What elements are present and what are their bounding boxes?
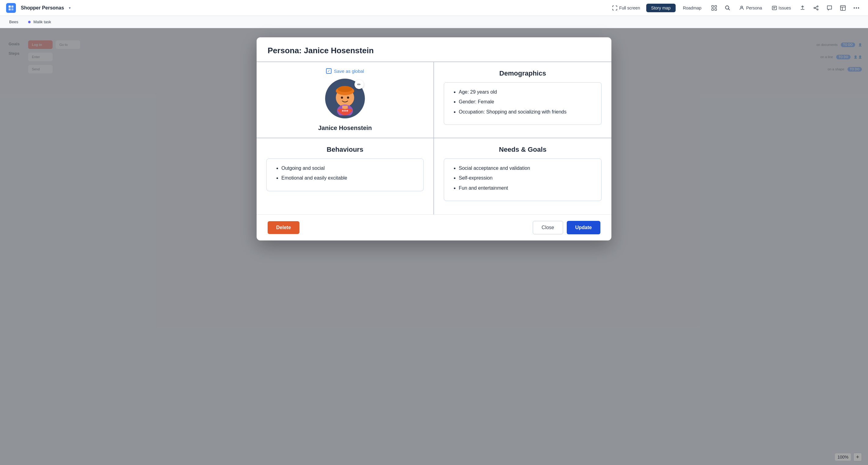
demographics-box: Age: 29 years old Gender: Female Occupat… (444, 82, 601, 125)
svg-point-16 (817, 9, 818, 10)
needs-list: Social acceptance and validation Self-ex… (453, 165, 593, 191)
modal-overlay: Persona: Janice Hosenstein ✓ Save as glo… (0, 28, 868, 465)
topbar: Shopper Personas ▾ Full screen Story map… (0, 0, 868, 16)
share-button[interactable] (810, 2, 822, 13)
behaviours-box: Outgoing and social Emotional and easily… (267, 158, 424, 191)
tab-bees[interactable]: Bees (5, 18, 23, 26)
fullscreen-button[interactable]: Full screen (609, 4, 644, 12)
demo-item-occupation: Occupation: Shopping and socializing wit… (459, 108, 593, 115)
svg-point-22 (854, 7, 855, 8)
avatar-name: Janice Hosenstein (318, 125, 372, 131)
footer-right-buttons: Close Update (533, 221, 600, 234)
svg-rect-6 (712, 8, 714, 10)
needs-quadrant: Needs & Goals Social acceptance and vali… (434, 138, 611, 214)
roadmap-button[interactable]: Roadmap (678, 4, 707, 12)
delete-button[interactable]: Delete (268, 221, 300, 234)
needs-item-3: Fun and entertainment (459, 185, 593, 191)
search-button[interactable] (722, 2, 733, 13)
persona-button[interactable]: Persona (736, 4, 766, 12)
needs-box: Social acceptance and validation Self-ex… (444, 158, 601, 201)
demo-item-age: Age: 29 years old (459, 89, 593, 95)
svg-point-28 (341, 97, 343, 99)
save-global-label: Save as global (334, 68, 364, 74)
svg-rect-3 (11, 8, 13, 10)
demographics-quadrant: Demographics Age: 29 years old Gender: F… (434, 62, 611, 138)
svg-point-33 (344, 110, 346, 112)
svg-point-14 (817, 6, 818, 7)
demo-item-gender: Gender: Female (459, 98, 593, 105)
layout-button[interactable] (837, 2, 848, 13)
issues-label: Issues (779, 5, 791, 10)
svg-point-24 (858, 7, 859, 8)
svg-point-29 (347, 97, 349, 99)
behaviour-item-1: Outgoing and social (281, 165, 415, 172)
modal-title: Persona: Janice Hosenstein (257, 37, 611, 55)
svg-point-27 (338, 86, 352, 92)
svg-point-15 (814, 7, 815, 8)
svg-line-17 (815, 7, 817, 8)
svg-point-10 (741, 6, 743, 8)
save-global-checkbox[interactable]: ✓ (326, 68, 332, 74)
topbar-nav: Full screen Story map Roadmap (609, 2, 862, 13)
more-button[interactable] (851, 2, 862, 13)
comment-button[interactable] (824, 2, 835, 13)
update-button[interactable]: Update (567, 221, 600, 234)
needs-title: Needs & Goals (444, 146, 601, 154)
demographics-list: Age: 29 years old Gender: Female Occupat… (453, 89, 593, 115)
svg-rect-11 (772, 6, 777, 10)
needs-item-1: Social acceptance and validation (459, 165, 593, 172)
modal-body: ✓ Save as global (257, 61, 611, 214)
save-global-row: ✓ Save as global (326, 68, 364, 74)
persona-modal: Persona: Janice Hosenstein ✓ Save as glo… (257, 37, 611, 241)
behaviours-title: Behaviours (267, 146, 424, 154)
tab-malik-task[interactable]: Malik task (24, 18, 55, 26)
svg-rect-19 (840, 5, 845, 10)
behaviour-item-2: Emotional and easily excitable (281, 175, 415, 181)
avatar-container: ✏ (325, 79, 365, 118)
behaviours-quadrant: Behaviours Outgoing and social Emotional… (257, 138, 434, 214)
demographics-title: Demographics (444, 69, 601, 78)
storymap-button[interactable]: Story map (646, 4, 676, 12)
tab-dot (28, 21, 31, 23)
behaviours-list: Outgoing and social Emotional and easily… (275, 165, 415, 182)
grid-icon-button[interactable] (709, 2, 720, 13)
svg-rect-7 (715, 8, 717, 10)
svg-point-32 (342, 110, 344, 112)
persona-label: Persona (746, 5, 762, 10)
svg-rect-2 (8, 8, 11, 10)
svg-rect-1 (11, 5, 13, 8)
svg-rect-0 (8, 5, 11, 8)
svg-rect-5 (715, 5, 717, 7)
app-title: Shopper Personas (21, 5, 64, 11)
app-chevron: ▾ (69, 6, 71, 10)
svg-point-34 (346, 110, 348, 112)
fullscreen-label: Full screen (619, 5, 640, 10)
svg-line-9 (728, 8, 730, 10)
svg-point-23 (856, 7, 857, 8)
svg-rect-4 (712, 5, 714, 7)
tabbar: Bees Malik task (0, 16, 868, 28)
svg-point-8 (725, 6, 729, 9)
needs-item-2: Self-expression (459, 175, 593, 181)
avatar-edit-button[interactable]: ✏ (354, 80, 364, 89)
modal-footer: Delete Close Update (257, 214, 611, 241)
close-button[interactable]: Close (533, 221, 563, 234)
export-button[interactable] (797, 2, 808, 13)
issues-button[interactable]: Issues (768, 4, 795, 12)
svg-line-18 (815, 8, 817, 9)
app-icon (6, 3, 16, 13)
avatar-quadrant: ✓ Save as global (257, 62, 434, 138)
